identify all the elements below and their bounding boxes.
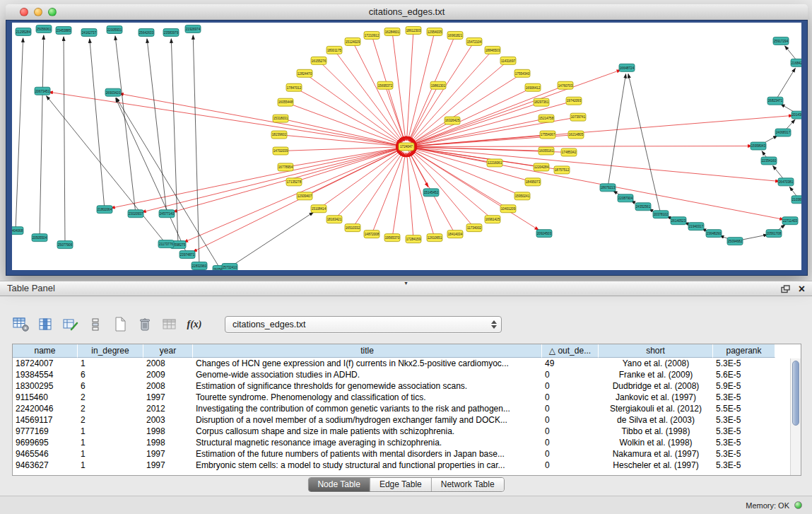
graph-node[interactable]: 23453885 — [56, 26, 71, 34]
edit-table-icon[interactable] — [61, 315, 81, 334]
graph-node[interactable]: 10739741 — [570, 113, 586, 121]
graph-node[interactable]: 17485342 — [561, 148, 577, 156]
graph-node[interactable]: 16326425 — [445, 117, 460, 124]
table-row[interactable]: 1830029562008Estimation of significance … — [13, 380, 801, 392]
graph-node[interactable]: 21684205 — [791, 59, 801, 66]
graph-node[interactable]: 15958043 — [751, 142, 766, 150]
table-row[interactable]: 1456911722003Disruption of a novel membe… — [13, 414, 801, 426]
graph-node[interactable]: 16055161 — [539, 147, 554, 155]
tab-edge-table[interactable]: Edge Table — [370, 478, 432, 491]
column-header-in_degree[interactable]: in_degree — [78, 344, 143, 358]
graph-node[interactable]: 18612303 — [406, 26, 421, 34]
graph-node[interactable]: 25056061 — [36, 25, 52, 33]
delete-icon[interactable] — [135, 315, 155, 334]
graph-node[interactable]: 21295284 — [16, 28, 31, 35]
graph-node[interactable]: 15950241 — [514, 192, 530, 200]
graph-node[interactable]: 10401209 — [500, 205, 516, 213]
column-header-pagerank[interactable]: pagerank — [713, 344, 775, 358]
table-row[interactable]: 2242004622012Investigating the contribut… — [13, 403, 801, 414]
graph-node[interactable]: 25732410 — [222, 264, 237, 270]
graph-node[interactable]: 26903420 — [105, 88, 121, 96]
graph-node[interactable]: 21036925 — [792, 196, 801, 204]
graph-node[interactable]: 17554067 — [540, 131, 555, 139]
column-header-name[interactable]: name — [13, 344, 78, 358]
graph-node[interactable]: 22832960 — [192, 262, 207, 270]
graph-node[interactable]: 22087904 — [618, 194, 633, 202]
table-options-icon[interactable] — [11, 315, 31, 334]
graph-node[interactable]: 24352561 — [635, 203, 651, 211]
graph-node[interactable]: 18297361 — [534, 98, 549, 106]
graph-node[interactable]: 16284601 — [384, 28, 400, 35]
graph-node[interactable]: 16906412 — [525, 83, 541, 91]
graph-node[interactable]: 15124029 — [345, 37, 360, 45]
table-row[interactable]: 946362711997Embryonic stem cells: a mode… — [13, 460, 801, 471]
graph-node[interactable]: 18163421 — [326, 216, 342, 223]
graph-node[interactable]: 19565370 — [384, 234, 400, 242]
graph-node[interactable]: 16155276 — [311, 57, 326, 64]
graph-node[interactable]: 1724047 — [399, 143, 414, 151]
tab-node-table[interactable]: Node Table — [308, 478, 370, 491]
column-header-short[interactable]: short — [599, 344, 713, 358]
graph-node[interactable]: 20505504 — [32, 234, 47, 242]
graph-node[interactable]: 15108414 — [311, 205, 326, 213]
graph-node[interactable]: 19404068 — [12, 227, 23, 235]
graph-node[interactable]: 11734002 — [466, 224, 482, 232]
import-table-icon[interactable] — [160, 315, 180, 334]
table-row[interactable]: 946554611997Estimation of the future num… — [13, 448, 801, 460]
graph-node[interactable]: 18239602 — [271, 131, 287, 139]
function-icon[interactable]: f(x) — [184, 315, 204, 334]
graph-node[interactable]: 23020937 — [128, 210, 143, 218]
graph-node[interactable]: 16648724 — [619, 64, 635, 71]
graph-node[interactable]: 14760703 — [558, 81, 573, 89]
table-row[interactable]: 969969511998Structural magnetic resonanc… — [13, 437, 801, 448]
scrollbar-thumb[interactable] — [792, 361, 799, 426]
tab-network-table[interactable]: Network Table — [432, 478, 504, 491]
graph-node[interactable]: 20378102 — [653, 211, 669, 218]
graph-node[interactable]: 21173776 — [158, 240, 174, 248]
graph-node[interactable]: 16510332 — [345, 224, 360, 232]
graph-node[interactable]: 12824470 — [297, 69, 312, 77]
column-header-title[interactable]: title — [193, 344, 542, 358]
table-selector-dropdown[interactable]: citations_edges.txt — [225, 316, 502, 333]
graph-node[interactable]: 20143052 — [792, 111, 801, 119]
graph-node[interactable]: 17847012 — [286, 83, 302, 91]
column-header-out_de[interactable]: △ out_de... — [542, 344, 599, 358]
graph-node[interactable]: 15145452 — [423, 189, 439, 197]
table-row[interactable]: 911546021997Tourette syndrome. Phenomeno… — [13, 392, 801, 403]
panel-splitter-handle[interactable]: ▾ — [404, 280, 407, 286]
graph-node[interactable]: 15318031 — [273, 115, 288, 122]
graph-node[interactable]: 24068317 — [775, 129, 791, 136]
graph-node[interactable]: 22354160 — [761, 157, 777, 165]
graph-node[interactable]: 25917294 — [773, 37, 789, 45]
graph-node[interactable]: 23974871 — [180, 251, 195, 259]
graph-node[interactable]: 18679213 — [600, 184, 616, 192]
graph-node[interactable]: 16778954 — [278, 163, 293, 171]
table-row[interactable]: 1938455462009Genome-wide association stu… — [13, 369, 801, 380]
graph-node[interactable]: 15214758 — [539, 115, 554, 122]
graph-node[interactable]: 17554340 — [514, 69, 530, 77]
graph-node[interactable]: 12954035 — [427, 28, 442, 35]
columns-icon[interactable] — [36, 315, 56, 334]
graph-node[interactable]: 21926974 — [185, 25, 201, 33]
close-panel-icon[interactable]: × — [799, 282, 805, 296]
graph-node[interactable]: 12610651 — [427, 234, 442, 242]
graph-node[interactable]: 20561708 — [766, 230, 782, 238]
graph-node[interactable]: 22711403 — [782, 217, 798, 225]
graph-node[interactable]: 18301175 — [326, 46, 342, 54]
table-scrollbar[interactable] — [790, 358, 801, 475]
graph-node[interactable]: 17284159 — [406, 235, 421, 243]
graph-node[interactable]: 24577140 — [159, 210, 175, 218]
graph-node[interactable]: 24162737 — [81, 28, 97, 36]
window-titlebar[interactable]: citations_edges.txt — [6, 4, 808, 21]
float-panel-icon[interactable] — [781, 285, 790, 293]
graph-node[interactable]: 18846503 — [485, 46, 500, 54]
graph-node[interactable]: 16055448 — [278, 98, 293, 106]
graph-node[interactable]: 12204284 — [534, 163, 549, 171]
graph-node[interactable]: 17210912 — [364, 31, 379, 39]
graph-node[interactable]: 14702039 — [273, 147, 288, 155]
network-canvas[interactable]: 1755406716055161122042841849507315950241… — [12, 23, 801, 270]
graph-node[interactable]: 14872008 — [364, 230, 379, 238]
graph-node[interactable]: 25642633 — [139, 28, 154, 36]
graph-node[interactable]: 25094682 — [727, 238, 743, 245]
graph-node[interactable]: 20673451 — [35, 87, 50, 95]
